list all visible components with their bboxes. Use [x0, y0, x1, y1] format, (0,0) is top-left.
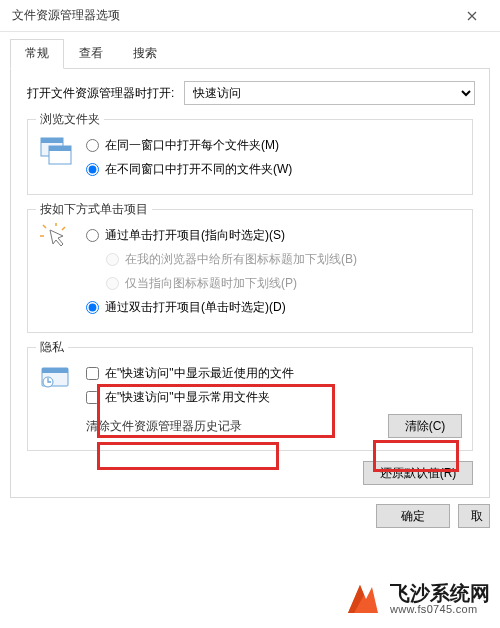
- svg-rect-1: [41, 138, 63, 143]
- svg-rect-3: [49, 146, 71, 151]
- watermark: 飞沙系统网 www.fs0745.com: [328, 572, 500, 628]
- open-to-row: 打开文件资源管理器时打开: 快速访问: [27, 81, 475, 105]
- watermark-brand: 飞沙系统网: [390, 583, 490, 603]
- close-button[interactable]: [452, 2, 492, 30]
- cursor-click-icon: [38, 222, 74, 258]
- checkbox-show-recent[interactable]: 在"快速访问"中显示最近使用的文件: [86, 362, 462, 384]
- close-icon: [467, 11, 477, 21]
- ok-button[interactable]: 确定: [376, 504, 450, 528]
- radio-same-window[interactable]: 在同一窗口中打开每个文件夹(M): [86, 134, 462, 156]
- watermark-logo-icon: [342, 579, 382, 619]
- tab-general[interactable]: 常规: [10, 39, 64, 69]
- restore-defaults-button[interactable]: 还原默认值(R): [363, 461, 473, 485]
- radio-underline-hover: 仅当指向图标标题时加下划线(P): [86, 272, 462, 294]
- radio-new-window[interactable]: 在不同窗口中打开不同的文件夹(W): [86, 158, 462, 180]
- group-click-legend: 按如下方式单击项目: [36, 201, 152, 218]
- radio-single-click[interactable]: 通过单击打开项目(指向时选定)(S): [86, 224, 462, 246]
- group-click-items: 按如下方式单击项目 通过单击打开项目(指向时选定)(S) 在我的浏览器中给所有图…: [27, 209, 473, 333]
- group-privacy-legend: 隐私: [36, 339, 68, 356]
- tab-panel-general: 打开文件资源管理器时打开: 快速访问 浏览文件夹 在同一窗口中打开每个文件夹(M…: [10, 68, 490, 498]
- clear-history-label: 清除文件资源管理器历史记录: [86, 418, 242, 435]
- cancel-button-partial[interactable]: 取: [458, 504, 490, 528]
- watermark-url: www.fs0745.com: [390, 603, 490, 615]
- group-browse-folders: 浏览文件夹 在同一窗口中打开每个文件夹(M) 在不同窗口中打开不同的文件夹(W): [27, 119, 473, 195]
- radio-underline-browser: 在我的浏览器中给所有图标标题加下划线(B): [86, 248, 462, 270]
- group-browse-legend: 浏览文件夹: [36, 111, 104, 128]
- clear-button[interactable]: 清除(C): [388, 414, 462, 438]
- tab-strip: 常规 查看 搜索: [0, 32, 500, 68]
- tab-view[interactable]: 查看: [64, 39, 118, 69]
- titlebar: 文件资源管理器选项: [0, 0, 500, 32]
- open-to-label: 打开文件资源管理器时打开:: [27, 85, 174, 102]
- privacy-monitor-icon: [38, 360, 74, 396]
- window-title: 文件资源管理器选项: [12, 7, 120, 24]
- group-privacy: 隐私 在"快速访问"中显示最近使用的文件 在"快速访问"中显示常用文件夹 清除文…: [27, 347, 473, 451]
- radio-double-click[interactable]: 通过双击打开项目(单击时选定)(D): [86, 296, 462, 318]
- dialog-buttons: 确定 取: [10, 504, 490, 528]
- open-to-select[interactable]: 快速访问: [184, 81, 475, 105]
- folder-windows-icon: [38, 132, 74, 168]
- svg-rect-5: [42, 368, 68, 373]
- tab-search[interactable]: 搜索: [118, 39, 172, 69]
- checkbox-show-frequent[interactable]: 在"快速访问"中显示常用文件夹: [86, 386, 462, 408]
